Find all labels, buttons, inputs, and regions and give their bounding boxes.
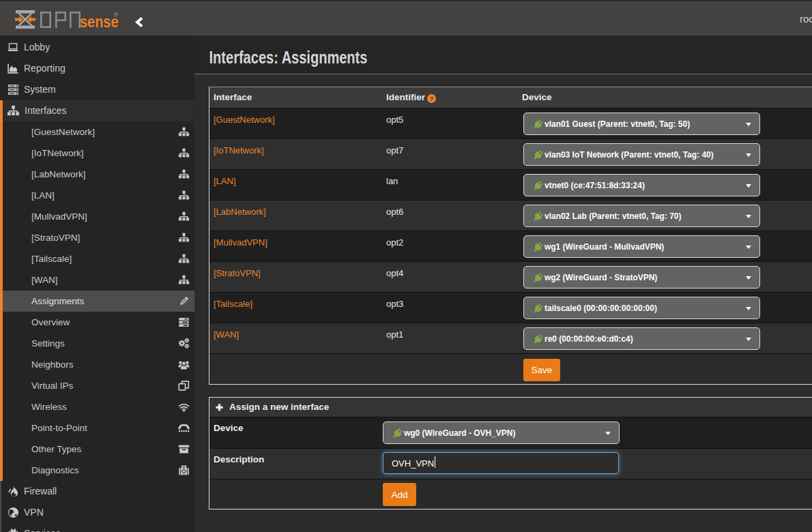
svg-text:sense: sense [80, 12, 118, 30]
svg-text:®: ® [114, 12, 119, 18]
svg-text:?: ? [430, 95, 434, 102]
